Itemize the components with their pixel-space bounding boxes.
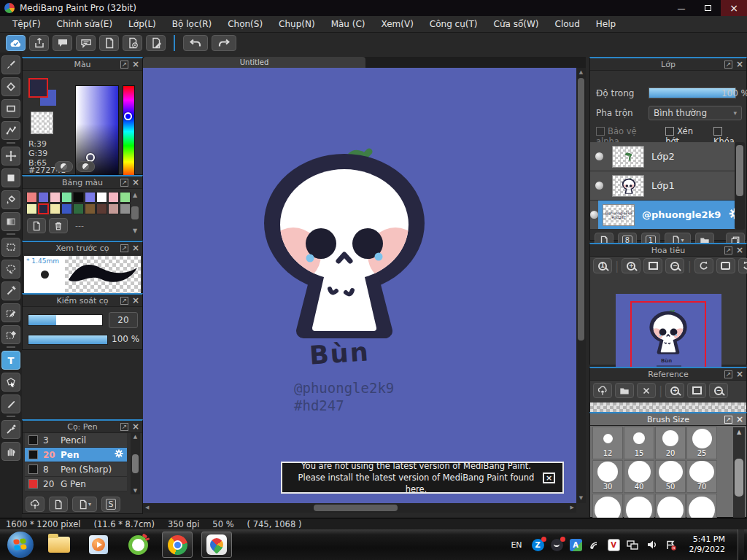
taskbar-clock[interactable]: 5:41 PM 2/9/2022: [684, 534, 731, 555]
palette-swatch[interactable]: [85, 203, 96, 214]
brush-size-scrollbar[interactable]: ▲ ▼: [733, 427, 745, 518]
popout-icon[interactable]: ↗: [724, 61, 732, 69]
divide-tool[interactable]: [1, 394, 20, 413]
close-panel-icon[interactable]: ×: [736, 414, 743, 425]
close-panel-icon[interactable]: ×: [132, 421, 139, 432]
palette-swatch[interactable]: [120, 192, 131, 203]
lasso-tool[interactable]: [1, 260, 20, 279]
upload-brush-button[interactable]: [26, 497, 44, 512]
palette-swatch[interactable]: [50, 192, 61, 203]
rotate-left-button[interactable]: [694, 258, 713, 273]
move-tool[interactable]: [1, 147, 20, 166]
delete-palette-color-button[interactable]: [49, 218, 68, 233]
close-panel-icon[interactable]: ×: [736, 245, 743, 256]
color-mode-button-1[interactable]: [55, 161, 73, 172]
reference-zoom-in-button[interactable]: +: [665, 383, 684, 398]
reference-open-button[interactable]: [615, 383, 634, 398]
palette-swatch[interactable]: [73, 192, 84, 203]
palette-swatch[interactable]: [73, 203, 84, 214]
select-eraser-tool[interactable]: [1, 325, 20, 344]
close-panel-icon[interactable]: ×: [132, 59, 139, 70]
menu-tep[interactable]: Tệp(F): [4, 16, 49, 33]
fill-rect-tool[interactable]: [1, 168, 20, 187]
blend-mode-dropdown[interactable]: Bình thường ▾: [649, 106, 742, 120]
reference-fit-button[interactable]: [687, 383, 706, 398]
brush-size-70[interactable]: 70: [686, 460, 717, 493]
tray-network-icon[interactable]: [627, 539, 639, 551]
canvas-viewport[interactable]: Bùn @phuongle2k9 #hd247 You are not usin…: [143, 68, 576, 503]
horizontal-scroll-thumb[interactable]: [314, 505, 398, 511]
foreground-color-swatch[interactable]: [28, 78, 48, 98]
comment-outline-button[interactable]: [76, 35, 96, 51]
document-settings-button[interactable]: [123, 35, 142, 51]
scroll-up-icon[interactable]: ▲: [133, 192, 137, 198]
brush-item-pen-selected[interactable]: 20 Pen: [25, 448, 127, 462]
document-button[interactable]: [99, 35, 119, 51]
operation-tool[interactable]: [1, 373, 20, 392]
reset-rotation-button[interactable]: [716, 258, 735, 273]
brush-size-large[interactable]: [686, 494, 717, 518]
layer-visibility-toggle[interactable]: [590, 152, 608, 160]
start-button[interactable]: [7, 532, 34, 558]
reference-clear-button[interactable]: [637, 383, 656, 398]
palette-swatch[interactable]: [50, 203, 61, 214]
tray-translate-icon[interactable]: A: [570, 539, 582, 551]
select-tool[interactable]: [1, 238, 20, 257]
brush-item-pencil[interactable]: 3 Pencil: [25, 433, 127, 448]
menu-chon[interactable]: Chọn(S): [220, 16, 271, 33]
popout-icon[interactable]: ↗: [120, 244, 128, 252]
close-panel-icon[interactable]: ×: [736, 369, 743, 380]
palette-swatch[interactable]: [61, 203, 72, 214]
taskbar-explorer[interactable]: [44, 532, 74, 558]
brush-item-pen-sharp[interactable]: 8 Pen (Sharp): [25, 462, 127, 477]
scroll-right-icon[interactable]: ▶: [570, 503, 574, 513]
document-tab[interactable]: Untitled: [143, 57, 365, 68]
brush-list-scrollbar[interactable]: ▲ ▼: [131, 433, 140, 494]
brush-tool[interactable]: [1, 55, 20, 74]
menu-help[interactable]: Help: [588, 16, 624, 33]
menu-cloud[interactable]: Cloud: [547, 16, 588, 33]
layer-visibility-toggle[interactable]: [590, 211, 598, 219]
layers-scrollbar[interactable]: [735, 142, 745, 230]
hue-slider[interactable]: [123, 85, 135, 182]
popout-icon[interactable]: ↗: [120, 297, 128, 305]
eyedropper-tool[interactable]: [1, 420, 20, 439]
brush-settings-gear-icon[interactable]: [114, 448, 124, 461]
comment-filled-button[interactable]: [53, 35, 72, 51]
close-panel-icon[interactable]: ×: [132, 177, 139, 188]
select-pen-tool[interactable]: [1, 303, 20, 322]
menu-cua-so[interactable]: Cửa sổ(W): [486, 16, 547, 33]
tray-antivirus-icon[interactable]: V: [608, 539, 620, 551]
brush-size-40[interactable]: 40: [624, 460, 654, 493]
bucket-tool[interactable]: [1, 190, 20, 209]
palette-swatch[interactable]: [61, 192, 72, 203]
popout-icon[interactable]: ↗: [120, 61, 128, 69]
undo-button[interactable]: [183, 35, 208, 51]
text-tool[interactable]: T: [1, 351, 20, 370]
rotate-right-button[interactable]: [738, 258, 747, 273]
new-palette-color-button[interactable]: [27, 218, 46, 233]
palette-swatch[interactable]: [38, 192, 49, 203]
popout-icon[interactable]: ↗: [120, 423, 128, 431]
zoom-out-button[interactable]: −: [665, 258, 684, 273]
redo-button[interactable]: [212, 35, 236, 51]
gradient-tool[interactable]: [1, 212, 20, 231]
brush-size-large[interactable]: [624, 494, 654, 518]
export-button[interactable]: [29, 35, 49, 51]
layer-row-phuongle-selected[interactable]: @phuongle2k9 #hd247 @phuongle2k9: [590, 201, 735, 230]
fit-screen-button[interactable]: [643, 258, 662, 273]
minimize-button[interactable]: —: [668, 0, 694, 16]
palette-swatch[interactable]: [96, 203, 107, 214]
menu-bo-loc[interactable]: Bộ lọc(R): [164, 16, 220, 33]
popout-icon[interactable]: ↗: [724, 416, 732, 424]
brush-size-50[interactable]: 50: [655, 460, 686, 493]
transparent-color-swatch[interactable]: [31, 112, 53, 134]
palette-swatch-selected[interactable]: [38, 203, 49, 214]
brush-size-15[interactable]: 15: [624, 427, 654, 459]
color-mode-button-2[interactable]: [77, 161, 95, 172]
menu-mau[interactable]: Màu (C): [323, 16, 374, 33]
taskbar-media-player[interactable]: [83, 532, 114, 558]
brush-size-large[interactable]: [592, 494, 623, 518]
scroll-thumb[interactable]: [736, 145, 743, 196]
scroll-down-icon[interactable]: ▼: [579, 494, 583, 503]
